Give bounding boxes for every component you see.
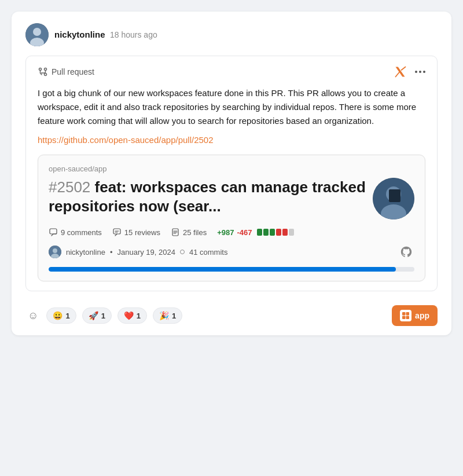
files-count: 25 files: [183, 228, 207, 237]
reaction-count-3: 1: [137, 312, 141, 320]
svg-rect-9: [389, 189, 400, 202]
svg-point-4: [45, 74, 47, 76]
post-timestamp: 18 hours ago: [110, 30, 157, 39]
reactions-left: ☺ 😀 1 🚀 1 ❤️ 1 🎉 1: [25, 307, 182, 324]
author-date: January 19, 2024: [117, 248, 175, 257]
author-info: nickytonline • January 19, 2024 41 commi…: [49, 246, 227, 258]
post-actions: [394, 65, 425, 78]
progress-bar: [49, 267, 414, 272]
pr-number: #2502: [49, 178, 90, 196]
username[interactable]: nickytonline: [54, 30, 105, 39]
comments-stat: 9 comments: [49, 228, 102, 237]
comment-icon: [49, 228, 58, 237]
pr-author-row: nickytonline • January 19, 2024 41 commi…: [49, 244, 414, 260]
reaction-emoji-1: 😀: [53, 311, 63, 320]
files-icon: [171, 228, 180, 237]
diff-bar-5: [282, 229, 288, 236]
app-button[interactable]: app: [392, 305, 438, 326]
author-name: nickytonline: [66, 248, 105, 257]
x-twitter-icon[interactable]: [394, 65, 407, 78]
reviews-stat: 15 reviews: [112, 228, 160, 237]
pr-embed-card: open-sauced/app #2502 feat: workspaces c…: [38, 155, 425, 281]
svg-rect-10: [50, 229, 57, 234]
diff-bar-1: [257, 229, 262, 236]
reaction-heart[interactable]: ❤️ 1: [117, 307, 147, 324]
comments-count: 9 comments: [61, 228, 102, 237]
diff-bars: [257, 229, 294, 236]
reaction-count-2: 1: [101, 312, 105, 320]
diff-bar-2: [263, 229, 269, 236]
svg-point-1: [33, 28, 41, 36]
more-options-icon[interactable]: [415, 71, 425, 73]
commit-icon: [180, 250, 185, 254]
reaction-emoji-3: ❤️: [124, 311, 134, 320]
diff-stat: +987 -467: [217, 228, 294, 237]
pr-author-avatar: [373, 178, 414, 219]
user-info: nickytonline 18 hours ago: [54, 30, 157, 40]
svg-rect-17: [406, 312, 410, 316]
reaction-count-4: 1: [172, 312, 176, 320]
diff-bar-3: [270, 229, 275, 236]
author-avatar-small: [49, 246, 61, 258]
pr-title-row: #2502 feat: workspaces can manage tracke…: [49, 178, 414, 219]
pr-title-text: feat: workspaces can manage tracked repo…: [49, 178, 366, 215]
svg-rect-19: [406, 316, 410, 320]
add-reaction-button[interactable]: ☺: [25, 307, 41, 324]
reaction-emoji-4: 🎉: [159, 311, 169, 320]
github-icon[interactable]: [398, 244, 414, 260]
pr-label-text: Pull request: [52, 67, 94, 76]
svg-rect-18: [402, 316, 406, 320]
post-card: nickytonline 18 hours ago Pull reque: [12, 12, 451, 335]
app-button-label: app: [415, 311, 429, 320]
svg-point-14: [53, 248, 57, 253]
diff-bar-6: [289, 229, 294, 236]
pr-title: #2502 feat: workspaces can manage tracke…: [49, 178, 366, 215]
svg-rect-16: [402, 312, 406, 316]
deletions: -467: [237, 228, 252, 237]
diff-bar-4: [276, 229, 281, 236]
post-content-header: Pull request: [38, 65, 425, 78]
reaction-emoji-2: 🚀: [89, 311, 98, 320]
reaction-smiley[interactable]: 😀 1: [46, 307, 76, 324]
reactions-row: ☺ 😀 1 🚀 1 ❤️ 1 🎉 1 app: [25, 299, 438, 326]
post-header: nickytonline 18 hours ago: [25, 23, 438, 46]
avatar: [25, 23, 49, 46]
pr-stats: 9 comments 15 reviews 25 files +987: [49, 228, 414, 237]
pr-label: Pull request: [38, 67, 94, 77]
reaction-party[interactable]: 🎉 1: [153, 307, 182, 324]
post-pr-link[interactable]: https://github.com/open-sauced/app/pull/…: [38, 135, 214, 145]
pr-repo: open-sauced/app: [49, 164, 414, 173]
pull-request-icon: [38, 67, 48, 77]
files-stat: 25 files: [171, 228, 207, 237]
progress-bar-fill: [49, 267, 396, 272]
reviews-count: 15 reviews: [124, 228, 160, 237]
author-date-sep: •: [110, 248, 113, 257]
reaction-count-1: 1: [65, 312, 69, 320]
post-body-text: I got a big chunk of our new workspaces …: [38, 86, 425, 128]
post-content: Pull request I got a big chunk of: [25, 56, 438, 291]
app-icon: [400, 310, 411, 321]
reaction-rocket[interactable]: 🚀 1: [82, 307, 112, 324]
review-icon: [112, 228, 122, 237]
additions: +987: [217, 228, 234, 237]
commits-count: 41 commits: [189, 248, 227, 257]
